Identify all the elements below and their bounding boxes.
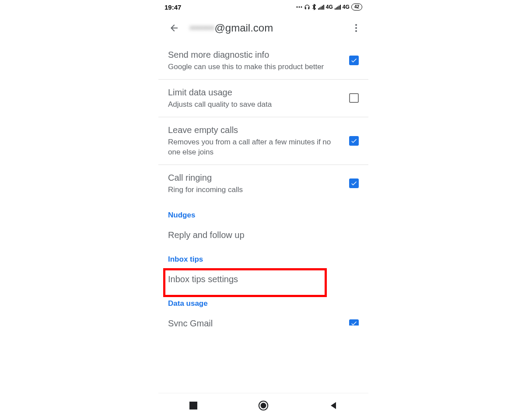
battery-indicator: 42 xyxy=(351,4,362,10)
check-icon xyxy=(350,137,357,144)
more-options-button[interactable] xyxy=(351,23,361,33)
svg-rect-4 xyxy=(319,7,320,10)
setting-sync-gmail[interactable]: Sync Gmail xyxy=(158,312,368,326)
setting-reply-follow[interactable]: Reply and follow up xyxy=(158,224,368,246)
setting-diagnostic-desc: Google can use this to make this product… xyxy=(168,62,342,72)
more-dots-icon xyxy=(296,6,302,8)
bluetooth-icon xyxy=(312,4,316,10)
svg-rect-10 xyxy=(337,7,338,10)
section-data-usage: Data usage xyxy=(158,290,368,312)
circle-icon xyxy=(258,400,269,411)
svg-point-18 xyxy=(261,402,266,408)
svg-rect-16 xyxy=(189,402,197,410)
svg-rect-6 xyxy=(322,6,323,10)
status-time: 19:47 xyxy=(164,4,181,11)
account-email-title: •••••• @gmail.com xyxy=(190,22,273,34)
limit-data-checkbox[interactable] xyxy=(349,93,359,103)
section-inbox-tips: Inbox tips xyxy=(158,246,368,268)
section-nudges: Nudges xyxy=(158,202,368,224)
status-bar: 19:47 4G 4G 42 xyxy=(158,0,368,14)
signal-1-icon xyxy=(318,4,324,10)
svg-point-14 xyxy=(355,27,357,29)
svg-rect-9 xyxy=(336,7,337,10)
nav-home-button[interactable] xyxy=(258,400,269,411)
svg-point-13 xyxy=(355,24,357,26)
navigation-bar xyxy=(158,393,368,417)
svg-point-1 xyxy=(298,7,300,8)
setting-limit-data-title: Limit data usage xyxy=(168,87,342,98)
triangle-back-icon xyxy=(329,401,338,410)
back-button[interactable] xyxy=(169,23,179,33)
setting-diagnostic[interactable]: Send more diagnostic info Google can use… xyxy=(158,42,368,80)
svg-point-0 xyxy=(296,7,298,8)
email-hidden-part: •••••• xyxy=(190,22,214,34)
email-visible-part: @gmail.com xyxy=(214,22,273,34)
network-2-label: 4G xyxy=(343,4,350,10)
app-bar: •••••• @gmail.com xyxy=(158,14,368,42)
setting-call-ringing-desc: Ring for incoming calls xyxy=(168,185,342,195)
setting-call-ringing-title: Call ringing xyxy=(168,172,342,183)
diagnostic-checkbox[interactable] xyxy=(349,56,359,65)
setting-call-ringing[interactable]: Call ringing Ring for incoming calls xyxy=(158,165,368,202)
setting-leave-empty[interactable]: Leave empty calls Removes you from a cal… xyxy=(158,117,368,165)
settings-content: Send more diagnostic info Google can use… xyxy=(158,42,368,326)
svg-rect-3 xyxy=(318,8,319,10)
svg-point-2 xyxy=(301,7,302,8)
signal-2-icon xyxy=(335,4,341,10)
svg-rect-8 xyxy=(335,8,336,10)
check-icon xyxy=(350,57,357,64)
setting-inbox-tips[interactable]: Inbox tips settings xyxy=(158,268,368,290)
nav-back-button[interactable] xyxy=(328,400,339,411)
setting-limit-data[interactable]: Limit data usage Adjusts call quality to… xyxy=(158,80,368,117)
square-icon xyxy=(189,402,197,410)
svg-rect-12 xyxy=(340,5,341,10)
setting-leave-empty-desc: Removes you from a call after a few minu… xyxy=(168,137,342,158)
check-icon xyxy=(350,180,357,187)
setting-diagnostic-title: Send more diagnostic info xyxy=(168,49,342,60)
call-ringing-checkbox[interactable] xyxy=(349,178,359,188)
nav-recent-button[interactable] xyxy=(188,400,199,411)
svg-rect-7 xyxy=(323,5,324,10)
leave-empty-checkbox[interactable] xyxy=(349,136,359,146)
svg-point-15 xyxy=(355,30,357,32)
sync-gmail-title: Sync Gmail xyxy=(168,318,342,326)
setting-leave-empty-title: Leave empty calls xyxy=(168,124,342,136)
check-icon xyxy=(350,321,357,326)
network-1-label: 4G xyxy=(326,4,333,10)
sync-gmail-checkbox[interactable] xyxy=(349,319,359,326)
svg-rect-5 xyxy=(321,7,322,10)
setting-limit-data-desc: Adjusts call quality to save data xyxy=(168,100,342,110)
inbox-tips-settings-title: Inbox tips settings xyxy=(168,274,359,284)
reply-follow-title: Reply and follow up xyxy=(168,230,359,240)
svg-rect-11 xyxy=(339,6,340,10)
status-indicators: 4G 4G 42 xyxy=(296,4,362,10)
headphones-icon xyxy=(304,4,310,10)
phone-frame: 19:47 4G 4G 42 •••••• xyxy=(158,0,368,392)
